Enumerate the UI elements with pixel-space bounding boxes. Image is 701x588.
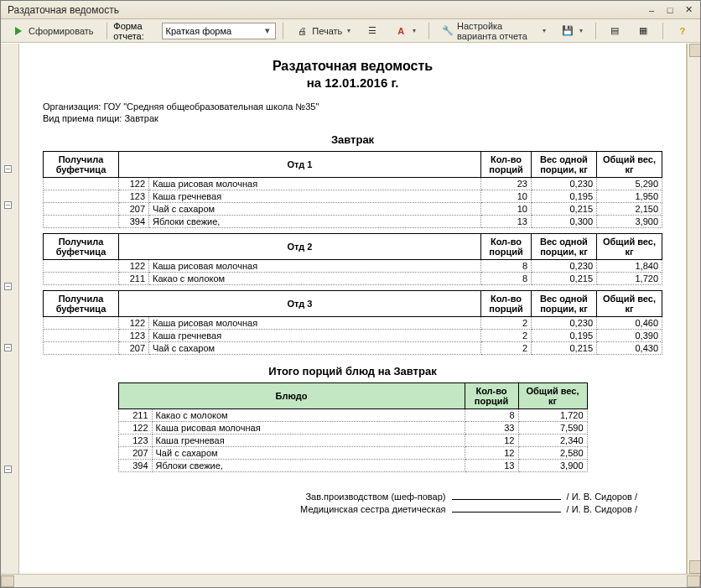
- cell-weight-total: 3,900: [518, 460, 587, 472]
- cell-qty: 13: [481, 216, 532, 228]
- cell-weight-one: 0,215: [532, 203, 597, 216]
- meal-line: Вид приема пищи: Завтрак: [43, 113, 662, 123]
- sign2-label: Медицинская сестра диетическая: [300, 504, 445, 514]
- cell-qty: 2: [481, 317, 532, 330]
- table-row: 123Каша гречневая20,1950,390: [44, 330, 662, 342]
- dept-table-3: Получила буфетчица Отд 3 Кол-во порций В…: [43, 290, 662, 355]
- report-settings-button[interactable]: 🔧 Настройка варианта отчета ▾: [436, 22, 551, 40]
- chevron-down-icon: ▾: [543, 27, 546, 34]
- cell-code: 394: [119, 216, 149, 228]
- cell-dish-name: Какао с молоком: [152, 409, 465, 422]
- fold-toggle[interactable]: –: [4, 344, 12, 351]
- org-label: Организация:: [43, 101, 101, 112]
- signature-line-2: Медицинская сестра диетическая / И. В. С…: [43, 504, 637, 514]
- cell-empty: [44, 203, 119, 216]
- action-button-1[interactable]: ▤: [602, 22, 627, 40]
- cell-code: 123: [119, 330, 149, 342]
- chevron-down-icon: ▾: [347, 27, 350, 34]
- col-received: Получила буфетчица: [44, 152, 119, 178]
- cell-dish-name: Каша гречневая: [152, 434, 465, 447]
- save-button[interactable]: 💾 ▾: [555, 22, 589, 40]
- window-title: Раздаточная ведомость: [4, 4, 641, 16]
- table-row: 394Яблоки свежие,133,900: [118, 460, 587, 472]
- table-row: 211Какао с молоком81,720: [118, 409, 587, 422]
- cell-code: 211: [118, 409, 152, 422]
- sign1-label: Зав.производством (шеф-повар): [305, 492, 445, 502]
- grid-icon: ▦: [636, 24, 650, 38]
- col-weight-one: Вес одной порции, кг: [532, 152, 597, 178]
- cell-qty: 12: [465, 447, 518, 460]
- cell-empty: [44, 178, 119, 190]
- cell-dish-name: Каша гречневая: [149, 330, 481, 342]
- document-icon: ▤: [608, 24, 621, 38]
- print-label: Печать: [312, 26, 342, 36]
- sign1-name: / И. В. Сидоров /: [567, 492, 637, 502]
- cell-weight-total: 1,950: [597, 190, 662, 203]
- cell-weight-one: 0,230: [532, 317, 597, 330]
- help-button[interactable]: ?: [670, 22, 695, 40]
- cell-qty: 10: [481, 203, 532, 216]
- horizontal-scrollbar[interactable]: [1, 574, 700, 587]
- cell-weight-total: 3,900: [597, 216, 662, 228]
- report-viewport[interactable]: Раздаточная ведомость на 12.01.2016 г. О…: [19, 44, 687, 574]
- cell-code: 122: [119, 317, 149, 330]
- org-value: ГОУ "Средняя общеобразовательная школа №…: [103, 101, 319, 112]
- fold-toggle[interactable]: –: [4, 201, 12, 209]
- table-row: 123Каша гречневая100,1951,950: [44, 190, 662, 203]
- signature-underline: [452, 512, 561, 513]
- report-settings-label: Настройка варианта отчета: [457, 21, 537, 41]
- cell-code: 207: [119, 342, 149, 355]
- fold-toggle[interactable]: –: [4, 165, 12, 173]
- sign2-name: / И. В. Сидоров /: [567, 504, 637, 514]
- fold-toggle[interactable]: –: [4, 283, 12, 290]
- maximize-button[interactable]: □: [662, 3, 678, 17]
- form-type-select[interactable]: Краткая форма ▾: [162, 23, 276, 39]
- table-row: 122Каша рисовая молочная230,2305,290: [44, 178, 662, 190]
- col-dish: Блюдо: [118, 383, 465, 409]
- col-weight-one: Вес одной порции, кг: [532, 291, 597, 317]
- app-window: Раздаточная ведомость – □ ✕ Сформировать…: [0, 0, 701, 588]
- print-button[interactable]: 🖨 Печать ▾: [289, 22, 356, 40]
- cell-qty: 10: [481, 190, 532, 203]
- cell-dish-name: Яблоки свежие,: [152, 460, 465, 472]
- vertical-scrollbar[interactable]: [687, 44, 700, 574]
- play-icon: [12, 24, 25, 38]
- cell-weight-total: 1,840: [597, 260, 662, 273]
- table-row: 122Каша рисовая молочная20,2300,460: [44, 317, 662, 330]
- titlebar: Раздаточная ведомость – □ ✕: [1, 1, 700, 19]
- cell-weight-one: 0,230: [532, 260, 597, 273]
- generate-button[interactable]: Сформировать: [6, 22, 100, 40]
- report-title: Раздаточная ведомость: [43, 59, 662, 74]
- col-received: Получила буфетчица: [44, 234, 119, 260]
- separator: [595, 23, 596, 39]
- cell-weight-total: 1,720: [518, 409, 587, 422]
- cell-weight-one: 0,300: [532, 216, 597, 228]
- minimize-button[interactable]: –: [643, 3, 660, 17]
- col-weight-total: Общий вес, кг: [597, 152, 662, 178]
- table-row: 211Какао с молоком80,2151,720: [44, 273, 662, 285]
- fold-toggle[interactable]: –: [4, 466, 12, 473]
- cell-empty: [44, 342, 119, 355]
- totals-title: Итого порций блюд на Завтрак: [43, 365, 662, 377]
- close-button[interactable]: ✕: [680, 3, 697, 17]
- show-only-button[interactable]: ☰: [360, 22, 385, 40]
- action-button-2[interactable]: ▦: [631, 22, 656, 40]
- cell-empty: [44, 216, 119, 228]
- signature-underline: [452, 499, 561, 500]
- cell-weight-one: 0,230: [532, 178, 597, 190]
- font-style-button[interactable]: A ▾: [388, 22, 422, 40]
- meal-label: Вид приема пищи:: [43, 113, 122, 123]
- dept-table-2: Получила буфетчица Отд 2 Кол-во порций В…: [43, 233, 662, 285]
- cell-qty: 8: [481, 273, 532, 285]
- cell-weight-one: 0,195: [532, 330, 597, 342]
- totals-table: Блюдо Кол-во порций Общий вес, кг 211Как…: [118, 382, 588, 472]
- table-row: 394Яблоки свежие,130,3003,900: [44, 216, 662, 228]
- separator: [662, 23, 663, 39]
- table-row: 207Чай с сахаром122,580: [118, 447, 587, 460]
- printer-icon: 🖨: [295, 24, 309, 38]
- separator: [283, 23, 283, 39]
- cell-weight-total: 1,720: [597, 273, 662, 285]
- col-weight-total: Общий вес, кг: [597, 234, 662, 260]
- section-title: Завтрак: [43, 133, 662, 146]
- text-style-icon: A: [394, 24, 408, 38]
